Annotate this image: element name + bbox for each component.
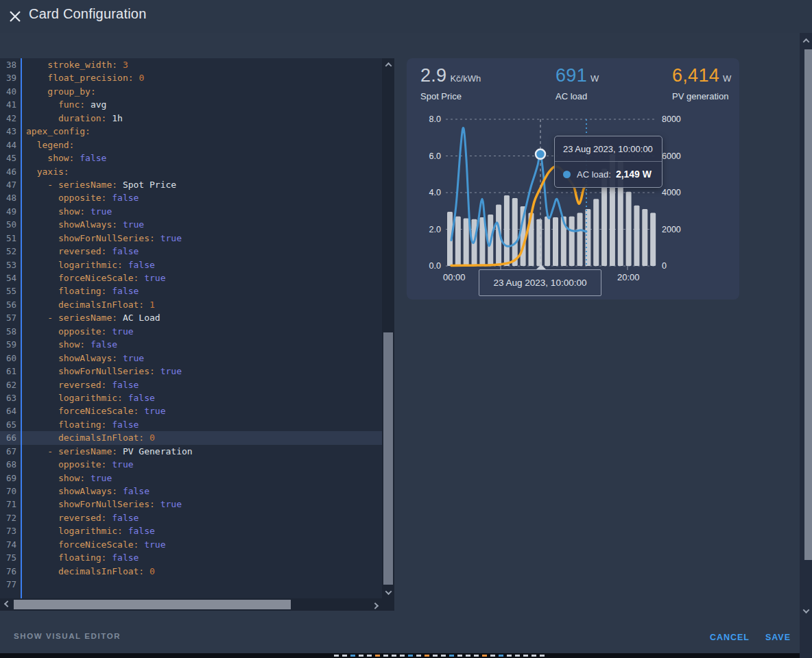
- code-line[interactable]: 67 - seriesName: PV Generation: [0, 445, 394, 458]
- dialog-scrollbar[interactable]: [800, 33, 812, 658]
- y-axis-label-right: 6000: [662, 151, 681, 161]
- editor-gutter-accent: [21, 58, 22, 598]
- code-line[interactable]: 43apex_config:: [0, 125, 394, 138]
- scroll-up-button[interactable]: [382, 58, 394, 71]
- code-line[interactable]: 48 opposite: false: [0, 191, 394, 204]
- line-number: 61: [0, 365, 16, 378]
- chart-tooltip: 23 Aug 2023, 10:00:00 AC load: 2,149 W: [554, 136, 662, 188]
- code-line[interactable]: 74 forceNiceScale: true: [0, 538, 394, 551]
- stat-label: PV generation: [672, 91, 731, 101]
- code-line[interactable]: 45 show: false: [0, 151, 394, 164]
- line-number: 75: [0, 551, 16, 564]
- editor-horizontal-scrollbar[interactable]: [0, 598, 394, 611]
- code-line[interactable]: 72 reversed: false: [0, 511, 394, 524]
- line-number: 68: [0, 458, 16, 471]
- code-line[interactable]: 41 func: avg: [0, 98, 394, 111]
- code-line[interactable]: 70 showAlways: false: [0, 485, 394, 498]
- line-number: 63: [0, 391, 16, 404]
- y-axis-label-left: 8.0: [418, 114, 441, 124]
- code-line[interactable]: 39 float_precision: 0: [0, 71, 394, 84]
- show-visual-editor-button[interactable]: SHOW VISUAL EDITOR: [14, 632, 121, 640]
- bar-spot-price: [650, 212, 656, 266]
- code-text: - seriesName: AC Load: [26, 313, 160, 323]
- code-line[interactable]: 51 showForNullSeries: true: [0, 232, 394, 245]
- line-number: 42: [0, 112, 16, 125]
- code-line[interactable]: 56 decimalsInFloat: 1: [0, 298, 394, 311]
- code-line[interactable]: 76 decimalsInFloat: 0: [0, 565, 394, 578]
- code-line[interactable]: 54 forceNiceScale: true: [0, 271, 394, 284]
- code-text: showAlways: true: [26, 353, 144, 363]
- code-line[interactable]: 40 group_by:: [0, 85, 394, 98]
- code-line[interactable]: 75 floating: false: [0, 551, 394, 564]
- code-line[interactable]: 44 legend:: [0, 138, 394, 151]
- code-line[interactable]: 62 reversed: false: [0, 378, 394, 391]
- code-line[interactable]: 38 stroke_width: 3: [0, 58, 394, 71]
- code-line[interactable]: 68 opposite: true: [0, 458, 394, 471]
- save-button[interactable]: SAVE: [765, 633, 791, 642]
- yaml-code-editor[interactable]: 38 stroke_width: 339 float_precision: 04…: [0, 58, 394, 598]
- code-text: showAlways: true: [26, 219, 144, 230]
- code-line[interactable]: 57 - seriesName: AC Load: [0, 311, 394, 324]
- code-text: floating: false: [26, 286, 139, 296]
- line-number: 46: [0, 165, 16, 178]
- dialog-scroll-down-button[interactable]: [800, 605, 812, 617]
- dialog-scroll-up-button[interactable]: [800, 34, 812, 47]
- tooltip-timestamp: 23 Aug 2023, 10:00:00: [555, 136, 662, 162]
- code-text: reversed: false: [26, 246, 139, 256]
- line-number: 64: [0, 404, 16, 417]
- code-line[interactable]: 65 floating: false: [0, 418, 394, 431]
- background-chart-mark: [342, 655, 347, 657]
- bar-spot-price: [553, 217, 558, 266]
- code-text: showAlways: false: [26, 486, 150, 496]
- background-chart-mark: [416, 655, 421, 657]
- code-line[interactable]: 77: [0, 578, 394, 591]
- scroll-down-button[interactable]: [382, 586, 394, 598]
- code-text: opposite: true: [26, 459, 134, 470]
- code-line[interactable]: 59 show: false: [0, 338, 394, 351]
- vertical-scroll-thumb[interactable]: [383, 332, 393, 585]
- scroll-left-button[interactable]: [0, 598, 12, 611]
- x-axis-label: 20:00: [617, 272, 640, 282]
- stat-unit: W: [590, 73, 599, 84]
- code-line[interactable]: 47 - seriesName: Spot Price: [0, 178, 394, 191]
- code-line[interactable]: 52 reversed: false: [0, 245, 394, 258]
- horizontal-scroll-thumb[interactable]: [14, 600, 291, 609]
- code-line[interactable]: 73 logarithmic: false: [0, 524, 394, 537]
- chevron-up-icon: [385, 62, 392, 69]
- line-number: 50: [0, 218, 16, 231]
- code-line[interactable]: 69 show: true: [0, 472, 394, 485]
- code-line[interactable]: 63 logarithmic: false: [0, 391, 394, 404]
- line-number: 71: [0, 498, 16, 511]
- code-text: opposite: false: [26, 193, 139, 203]
- code-line[interactable]: 50 showAlways: true: [0, 218, 394, 231]
- stat-spot-price: 2.9Kč/kWhSpot Price: [420, 65, 481, 101]
- code-line[interactable]: 55 floating: false: [0, 284, 394, 297]
- background-chart-mark: [400, 655, 405, 657]
- background-chart-mark: [523, 655, 528, 657]
- line-number: 58: [0, 325, 16, 338]
- code-line[interactable]: 60 showAlways: true: [0, 352, 394, 365]
- editor-vertical-scrollbar[interactable]: [382, 58, 394, 598]
- background-chart-mark: [425, 655, 429, 657]
- code-line[interactable]: 49 show: true: [0, 205, 394, 218]
- code-line[interactable]: 64 forceNiceScale: true: [0, 404, 394, 417]
- code-text: logarithmic: false: [26, 393, 155, 403]
- close-icon[interactable]: [5, 7, 25, 26]
- code-line[interactable]: 42 duration: 1h: [0, 112, 394, 125]
- cancel-button[interactable]: CANCEL: [710, 633, 750, 642]
- code-line[interactable]: 61 showForNullSeries: true: [0, 365, 394, 378]
- stat-unit: Kč/kWh: [450, 73, 481, 84]
- line-number: 55: [0, 284, 16, 297]
- code-line[interactable]: 58 opposite: true: [0, 325, 394, 338]
- code-text: show: true: [26, 206, 112, 217]
- dialog-scroll-thumb[interactable]: [804, 49, 812, 560]
- code-line[interactable]: 71 showForNullSeries: true: [0, 498, 394, 511]
- code-line[interactable]: 46 yaxis:: [0, 165, 394, 178]
- line-number: 70: [0, 485, 16, 498]
- code-line[interactable]: 66 decimalsInFloat: 0: [0, 431, 394, 444]
- scroll-right-button[interactable]: [370, 598, 382, 611]
- stat-unit: W: [723, 73, 731, 84]
- y-axis-label-right: 0: [662, 261, 667, 271]
- code-line[interactable]: 53 logarithmic: false: [0, 258, 394, 271]
- card-configuration-dialog: Card Configuration 38 stroke_width: 339 …: [0, 0, 812, 658]
